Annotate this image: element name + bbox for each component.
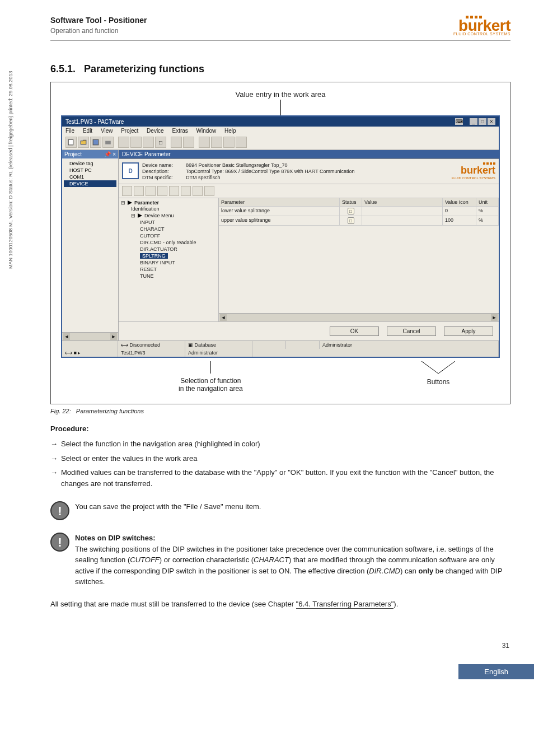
pencil-icon xyxy=(128,200,132,205)
disconnected-icon: ⟷ xyxy=(121,342,128,348)
toolbar-save-icon[interactable] xyxy=(90,137,101,148)
nav-item[interactable]: RESET xyxy=(121,266,216,273)
device-parameter-tab[interactable]: DEVICE Parameter xyxy=(119,150,499,159)
value: 8694 Positioner Basic Stellungsregler To… xyxy=(186,162,355,168)
col-parameter: Parameter xyxy=(219,198,340,206)
param-tb-icon[interactable] xyxy=(181,186,191,196)
cell-param: upper value splitrange xyxy=(219,216,340,225)
cell-value xyxy=(362,207,443,216)
ok-button[interactable]: OK xyxy=(330,326,379,336)
window-min-icon[interactable]: _ xyxy=(470,118,477,125)
menu-project[interactable]: Project xyxy=(121,128,138,134)
toolbar-icon[interactable] xyxy=(199,137,210,148)
vertical-doc-id: MAN 1000120508 ML Version: D Status: RL … xyxy=(8,71,13,269)
project-tree-item[interactable]: Device tag xyxy=(64,160,116,167)
table-row[interactable]: lower value splitrange □ 0 % xyxy=(219,207,499,216)
figure-callout-buttons: Buttons xyxy=(427,378,450,386)
nav-item-selected[interactable]: SPLTRNG xyxy=(140,253,168,259)
param-tb-icon[interactable] xyxy=(169,186,179,196)
nav-item[interactable]: Device Menu xyxy=(144,213,174,218)
toolbar-icon[interactable] xyxy=(130,137,142,148)
project-tree-item[interactable]: HOST PC xyxy=(64,167,116,174)
window-close-icon[interactable]: × xyxy=(488,118,495,125)
window-title: Test1.PW3 - PACTware xyxy=(65,119,124,125)
leader-line xyxy=(210,361,211,374)
info-icon: ! xyxy=(50,533,69,552)
status-icon: □ xyxy=(348,217,354,224)
nav-item[interactable]: BINARY INPUT xyxy=(121,259,216,266)
panel-pin-icon[interactable]: 📌 × xyxy=(104,151,116,157)
device-icon: D xyxy=(122,162,139,179)
table-scrollbar[interactable]: ◄► xyxy=(219,313,499,321)
cancel-button[interactable]: Cancel xyxy=(387,326,436,336)
menu-view[interactable]: View xyxy=(101,128,113,134)
toolbar-icon[interactable] xyxy=(211,137,222,148)
nav-item[interactable]: Identification xyxy=(121,206,216,212)
page-number: 31 xyxy=(50,642,510,650)
language-tab-row: English xyxy=(0,664,534,679)
status-icon: □ xyxy=(348,208,354,214)
svg-line-3 xyxy=(421,361,438,374)
toolbar-icon[interactable] xyxy=(236,137,247,148)
project-tree-item[interactable]: COM1 xyxy=(64,174,116,180)
menu-device[interactable]: Device xyxy=(147,128,164,134)
side-scrollbar[interactable]: ◄► xyxy=(62,332,118,340)
window-titlebar: Test1.PW3 - PACTware ⌨ _ □ × xyxy=(62,116,499,127)
cell-value-icon: 100 xyxy=(443,216,476,225)
param-tb-icon[interactable] xyxy=(204,186,214,196)
app-screenshot: Test1.PW3 - PACTware ⌨ _ □ × File Edit V… xyxy=(61,115,500,358)
nav-item[interactable]: CHARACT xyxy=(121,226,216,232)
nav-item[interactable]: TUNE xyxy=(121,273,216,279)
param-tb-icon[interactable] xyxy=(193,186,203,196)
toolbar-open-icon[interactable] xyxy=(78,137,89,148)
toolbar-icon[interactable] xyxy=(143,137,154,148)
param-tb-icon[interactable] xyxy=(134,186,144,196)
toolbar-new-icon[interactable] xyxy=(65,137,77,148)
svg-rect-0 xyxy=(68,140,73,146)
pencil-icon xyxy=(138,213,142,218)
device-info-header: D Device name:8694 Positioner Basic Stel… xyxy=(119,159,499,184)
info-icon: ! xyxy=(50,501,69,520)
cell-value-icon: 0 xyxy=(443,207,476,216)
header-subtitle: Operation and function xyxy=(50,27,147,35)
param-tb-icon[interactable] xyxy=(146,186,156,196)
status-project: Test1.PW3 xyxy=(118,349,185,357)
window-max-icon[interactable]: □ xyxy=(479,118,486,125)
procedure-heading: Procedure: xyxy=(50,424,510,433)
menu-window[interactable]: Window xyxy=(196,128,217,134)
figure-callout-top: Value entry in the work area xyxy=(61,90,500,99)
keyboard-icon[interactable]: ⌨ xyxy=(455,118,463,125)
toolbar-print-icon[interactable] xyxy=(102,137,114,148)
project-tree-item-selected[interactable]: DEVICE xyxy=(64,180,116,187)
param-tb-icon[interactable] xyxy=(157,186,167,196)
nav-item[interactable]: CUTOFF xyxy=(121,232,216,239)
chapter-link[interactable]: "6.4. Transferring Parameters" xyxy=(296,600,394,609)
cell-value xyxy=(362,216,443,225)
param-tb-icon[interactable] xyxy=(122,186,132,196)
cell-param: lower value splitrange xyxy=(219,207,340,216)
language-tab: English xyxy=(458,664,534,679)
status-admin: Administrator xyxy=(320,341,499,349)
procedure-step: →Select or enter the values in the work … xyxy=(50,453,510,464)
toolbar-icon[interactable] xyxy=(171,137,182,148)
col-unit: Unit xyxy=(476,198,499,206)
toolbar-icon[interactable] xyxy=(118,137,129,148)
header-title: Software Tool - Positioner xyxy=(50,16,147,25)
leader-lines xyxy=(416,361,461,375)
nav-root[interactable]: Parameter xyxy=(134,200,159,206)
table-row[interactable]: upper value splitrange □ 100 % xyxy=(219,216,499,226)
menu-help[interactable]: Help xyxy=(224,128,236,134)
toolbar-icon[interactable]: □ xyxy=(155,137,166,148)
menu-extras[interactable]: Extras xyxy=(172,128,188,134)
apply-button[interactable]: Apply xyxy=(444,326,493,336)
nav-item[interactable]: INPUT xyxy=(121,219,216,226)
brand-logo: burkert FLUID CONTROL SYSTEMS xyxy=(453,16,510,36)
nav-item[interactable]: DIR.CMD - only readable xyxy=(121,239,216,246)
toolbar-icon[interactable] xyxy=(223,137,235,148)
svg-rect-1 xyxy=(93,140,99,146)
nav-item[interactable]: DIR.ACTUATOR xyxy=(121,246,216,253)
section-heading: 6.5.1. Parameterizing functions xyxy=(50,63,510,75)
menu-file[interactable]: File xyxy=(65,128,74,134)
toolbar-icon[interactable] xyxy=(183,137,194,148)
menu-edit[interactable]: Edit xyxy=(83,128,92,134)
